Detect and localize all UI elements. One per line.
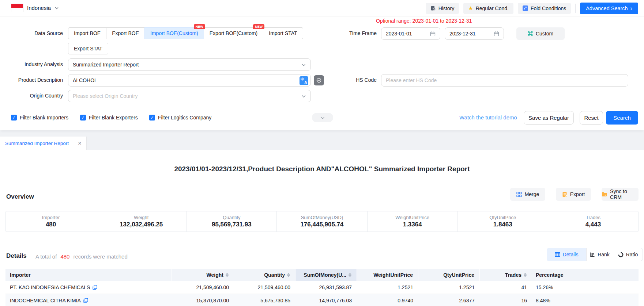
weight-cell: 21,509,460.00 [172, 281, 234, 294]
filter-blank-exporters-checkbox[interactable]: ✓ Filter Blank Exporters [80, 115, 138, 121]
sum-cell: 14,970,776.03 [295, 294, 357, 306]
product-description-label: Product Description [11, 77, 63, 83]
tab-import-stat[interactable]: Import STAT [263, 27, 303, 39]
date-from-input[interactable]: 2023-01-01 [381, 27, 440, 40]
total-count: 480 [60, 253, 69, 260]
sort-icon[interactable] [287, 273, 290, 277]
copy-icon[interactable] [93, 285, 97, 290]
tab-summarized-importer-report[interactable]: Summarized Importer Report × [0, 137, 87, 150]
translate-icon[interactable]: 中A [300, 76, 308, 85]
result-tab-strip: Summarized Importer Report × [0, 130, 644, 150]
history-label: History [438, 5, 455, 11]
sort-icon[interactable] [226, 273, 229, 277]
merge-button[interactable]: Merge [510, 188, 545, 201]
origin-country-select[interactable]: Please select Origin Country [68, 90, 311, 102]
fold-conditions-button[interactable]: Fold Conditions [518, 3, 571, 14]
weight-cell: 15,370,870.00 [172, 294, 234, 306]
minus-circle-icon [316, 77, 322, 83]
quantity-cell: 21,509,460.00 [234, 281, 295, 294]
sync-to-crm-button[interactable]: Sync to CRM [602, 188, 639, 201]
table-row[interactable]: PT. KAO INDONESIA CHEMICALS 21,509,460.0… [5, 281, 639, 294]
fold-icon [523, 5, 528, 11]
history-button[interactable]: History [426, 3, 459, 14]
stat-sum-of-money: SumOfMoney(USD)176,445,905.74 [276, 211, 367, 232]
indonesia-flag-icon [11, 4, 23, 12]
command-icon [528, 31, 533, 36]
column-weight[interactable]: Weight [172, 269, 234, 281]
date-to-input[interactable]: 2023-12-31 [445, 27, 504, 40]
collapse-conditions-button[interactable] [312, 113, 333, 122]
importer-cell[interactable]: PT. KAO INDONESIA CHEMICALS [5, 281, 172, 294]
percentage-cell: 8.48% [532, 294, 639, 306]
folder-sync-icon [602, 192, 607, 197]
hs-code-label: HS Code [336, 77, 377, 83]
details-total-text: A total of 480 records were matched [35, 253, 128, 260]
table-row[interactable]: INDOCHEMICAL CITRA KIMIA 15,370,870.00 5… [5, 294, 639, 306]
quantity-cell: 5,675,730.85 [234, 294, 295, 306]
reset-button[interactable]: Reset [580, 111, 603, 125]
industry-analysis-select[interactable]: Summarized Importer Report [68, 58, 311, 71]
merge-icon [516, 192, 522, 197]
product-description-input[interactable] [68, 74, 310, 86]
custom-label: Custom [536, 31, 553, 37]
tab-export-boe-custom[interactable]: Export BOE(Custom) NEW [204, 27, 263, 39]
top-bar-actions: History ★ Regular Cond. Fold Conditions … [426, 0, 638, 16]
country-selector[interactable]: Indonesia [11, 4, 59, 12]
view-details-button[interactable]: Details [547, 248, 586, 261]
column-importer: Importer [5, 269, 172, 281]
export-button[interactable]: Export [556, 188, 591, 201]
tab-export-boe[interactable]: Export BOE [106, 27, 145, 39]
stat-importer: Importer480 [6, 211, 96, 232]
column-sum-of-money[interactable]: SumOfMoney(U... [295, 269, 357, 281]
report-content: 2023/01/01-2023/12/31,Product Descriptio… [0, 150, 644, 306]
view-switcher: Details Rank Ratio [547, 248, 643, 261]
origin-country-placeholder: Please select Origin Country [73, 93, 138, 99]
industry-analysis-value: Summarized Importer Report [73, 62, 139, 68]
importer-name[interactable]: PT. KAO INDONESIA CHEMICALS [10, 284, 90, 290]
save-as-regular-button[interactable]: Save as Regular [524, 111, 574, 125]
details-heading: Details [6, 252, 27, 260]
hs-code-input[interactable] [381, 74, 628, 86]
tab-import-boe-custom[interactable]: Import BOE(Custom) NEW [144, 27, 204, 39]
industry-analysis-label: Industry Analysis [11, 61, 63, 67]
tab-export-stat[interactable]: Export STAT [68, 43, 108, 54]
history-icon [430, 5, 436, 11]
star-icon: ★ [468, 5, 473, 11]
close-icon[interactable]: × [78, 140, 82, 146]
column-trades[interactable]: Trades [480, 269, 532, 281]
advanced-search-button[interactable]: Advanced Search › [580, 3, 638, 14]
optional-range-text: Optional range: 2023-01-01 to 2023-12-31 [376, 18, 472, 24]
view-ratio-button[interactable]: Ratio [613, 248, 643, 261]
fold-conditions-label: Fold Conditions [531, 5, 566, 11]
column-weight-unit-price: WeightUnitPrice [357, 269, 418, 281]
importer-cell[interactable]: INDOCHEMICAL CITRA KIMIA [5, 294, 172, 306]
chevron-down-icon [301, 62, 306, 67]
advanced-search-label: Advanced Search [586, 5, 628, 11]
filter-blank-importers-checkbox[interactable]: ✓ Filter Blank Importers [11, 115, 68, 121]
overview-stats-bar: Importer480 Weight132,032,496.25 Quantit… [5, 211, 639, 232]
product-description-field: 中A [68, 74, 311, 87]
trades-cell: 16 [480, 294, 532, 306]
tutorial-demo-link[interactable]: Watch the tutorial demo [459, 114, 517, 121]
filter-logistics-company-checkbox[interactable]: ✓ Filter Logitics Company [149, 115, 211, 121]
copy-icon[interactable] [83, 298, 88, 303]
table-header: Importer Weight Quantity SumOfMoney(U...… [5, 269, 639, 281]
tab-import-boe[interactable]: Import BOE [68, 27, 106, 39]
report-title: 2023/01/01-2023/12/31,Product Descriptio… [0, 165, 644, 173]
importer-name[interactable]: INDOCHEMICAL CITRA KIMIA [10, 298, 81, 303]
column-quantity[interactable]: Quantity [234, 269, 295, 281]
exclude-filter-button[interactable] [314, 75, 324, 85]
chevron-down-icon [301, 94, 306, 99]
calendar-icon [494, 31, 499, 37]
regular-cond-button[interactable]: ★ Regular Cond. [463, 3, 513, 14]
search-button[interactable]: Search [606, 111, 638, 125]
sort-icon[interactable] [349, 273, 351, 277]
country-label: Indonesia [27, 5, 51, 11]
view-rank-button[interactable]: Rank [586, 248, 613, 261]
new-badge: NEW [194, 24, 205, 29]
sort-icon[interactable] [524, 273, 527, 277]
custom-range-button[interactable]: Custom [516, 27, 565, 40]
sum-cell: 26,931,593.87 [295, 281, 357, 294]
weight-unit-price-cell: 1.2521 [357, 281, 418, 294]
regular-cond-label: Regular Cond. [476, 5, 509, 11]
